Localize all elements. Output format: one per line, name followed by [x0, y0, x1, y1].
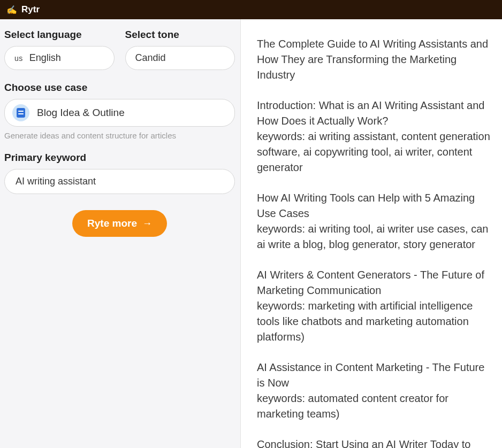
output-block: AI Assistance in Content Marketing - The… — [257, 360, 491, 422]
arrow-right-icon: → — [142, 218, 152, 229]
ryte-more-button[interactable]: Ryte more → — [72, 210, 167, 237]
language-value: English — [29, 52, 61, 64]
app-title: Rytr — [21, 4, 40, 15]
output-block: AI Writers & Content Generators - The Fu… — [257, 267, 491, 345]
ryte-more-label: Ryte more — [87, 218, 137, 229]
main-layout: Select language us English Select tone C… — [0, 19, 502, 448]
keyword-label: Primary keyword — [4, 152, 235, 164]
output-block: How AI Writing Tools can Help with 5 Ama… — [257, 190, 491, 252]
output-panel: The Complete Guide to AI Writing Assista… — [241, 19, 502, 448]
language-flag: us — [14, 54, 23, 63]
output-block: Conclusion: Start Using an AI Writer Tod… — [257, 437, 491, 448]
language-select[interactable]: us English — [4, 46, 115, 70]
sidebar-panel: Select language us English Select tone C… — [0, 19, 241, 448]
output-block: Introduction: What is an AI Writing Assi… — [257, 98, 491, 175]
usecase-value: Blog Idea & Outline — [37, 107, 125, 119]
keyword-value: AI writing assistant — [16, 176, 96, 187]
tone-label: Select tone — [125, 29, 235, 41]
keyword-input[interactable]: AI writing assistant — [4, 169, 235, 194]
tone-value: Candid — [135, 52, 166, 64]
usecase-label: Choose use case — [4, 82, 235, 94]
app-header: ✍️ Rytr — [0, 0, 502, 19]
app-logo-icon: ✍️ — [6, 5, 17, 15]
tone-select[interactable]: Candid — [125, 46, 235, 70]
usecase-helper-text: Generate ideas and content structure for… — [4, 131, 235, 140]
output-block: The Complete Guide to AI Writing Assista… — [257, 36, 491, 83]
usecase-doc-icon — [12, 104, 29, 121]
language-label: Select language — [4, 29, 115, 41]
usecase-select[interactable]: Blog Idea & Outline — [4, 99, 235, 127]
